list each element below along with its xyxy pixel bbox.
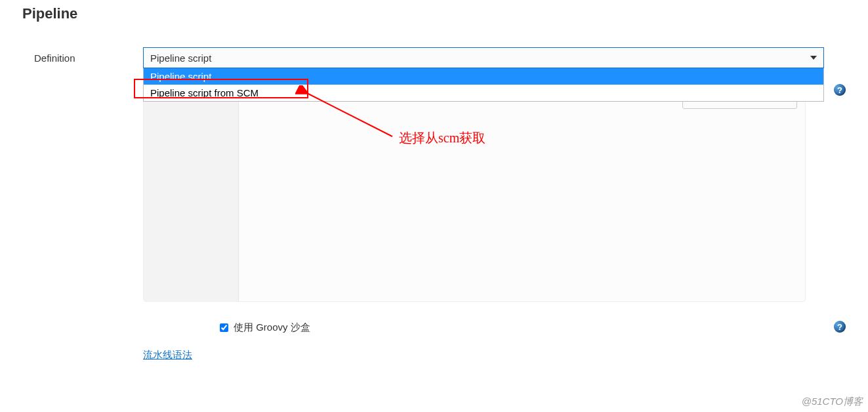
definition-select[interactable]: Pipeline script bbox=[143, 47, 824, 68]
script-editor[interactable] bbox=[143, 95, 806, 302]
definition-dropdown: Pipeline script Pipeline script from SCM bbox=[143, 68, 824, 102]
section-title: Pipeline bbox=[0, 0, 868, 22]
groovy-sandbox-checkbox[interactable] bbox=[220, 323, 228, 332]
editor-gutter bbox=[144, 96, 239, 301]
sandbox-row: 使用 Groovy 沙盒 bbox=[220, 321, 310, 334]
definition-select-value: Pipeline script bbox=[150, 52, 211, 64]
groovy-sandbox-label: 使用 Groovy 沙盒 bbox=[234, 321, 310, 334]
definition-row: Definition Pipeline script Pipeline scri… bbox=[0, 22, 868, 68]
pipeline-syntax-link[interactable]: 流水线语法 bbox=[143, 349, 192, 361]
definition-option-pipeline-script-from-scm[interactable]: Pipeline script from SCM bbox=[144, 85, 823, 101]
help-icon[interactable]: ? bbox=[834, 84, 846, 96]
help-icon[interactable]: ? bbox=[834, 321, 846, 333]
definition-option-pipeline-script[interactable]: Pipeline script bbox=[144, 68, 823, 85]
chevron-down-icon bbox=[810, 56, 817, 60]
definition-control: Pipeline script Pipeline script Pipeline… bbox=[143, 47, 868, 68]
definition-label: Definition bbox=[0, 47, 143, 64]
watermark: @51CTO博客 bbox=[802, 396, 863, 408]
